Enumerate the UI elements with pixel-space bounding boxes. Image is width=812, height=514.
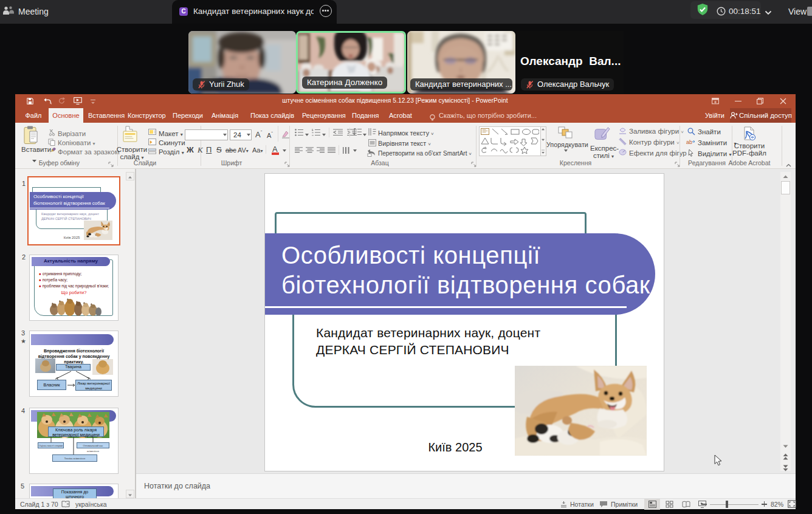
svg-text:ab: ab (686, 139, 692, 145)
